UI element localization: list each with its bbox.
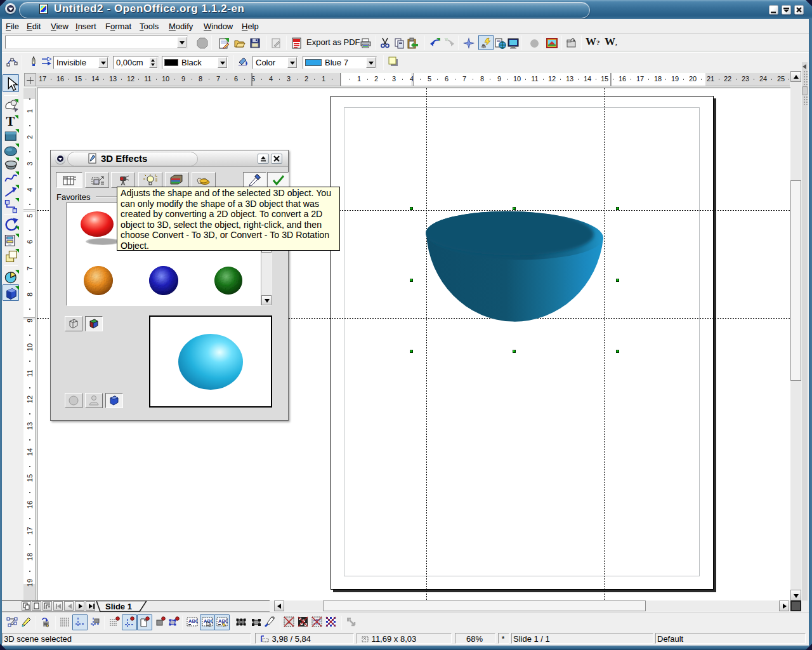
- svg-text:ABC: ABC: [188, 618, 198, 624]
- svg-text:Slide 1: Slide 1: [105, 602, 132, 611]
- svg-text:T: T: [6, 114, 15, 128]
